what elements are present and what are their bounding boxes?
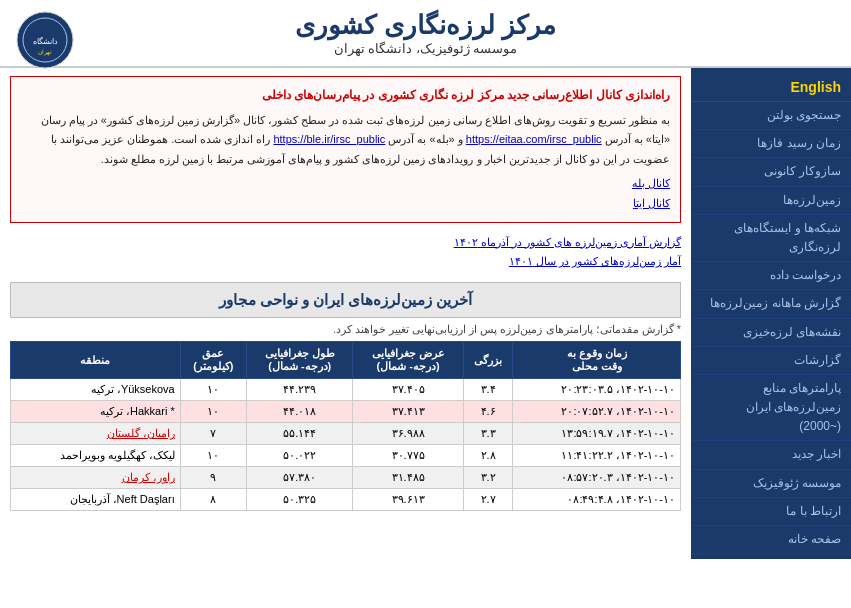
- cell-longitude: ۵۰.۰۲۲: [247, 445, 353, 467]
- table-row: ۱۴۰۲-۱۰-۱۰، ۰۸:۵۷:۲۰.۳۳.۲۳۱.۴۸۵۵۷.۳۸۰۹را…: [11, 467, 681, 489]
- sidebar: English جستجوی بولتن زمان رسید فازها ساز…: [691, 68, 851, 559]
- cell-region[interactable]: رامیان، گلستان: [11, 423, 181, 445]
- cell-depth: ۱۰: [180, 401, 246, 423]
- cell-longitude: ۵۵.۱۴۴: [247, 423, 353, 445]
- sidebar-item-phase-arrival[interactable]: زمان رسید فازها: [691, 130, 851, 158]
- sidebar-english-label[interactable]: English: [691, 73, 851, 102]
- col-latitude: عرض جغرافیایی(درجه- شمال): [353, 342, 463, 379]
- table-title: آخرین زمین‌لرزه‌های ایران و نواحی مجاور: [10, 282, 681, 318]
- news-box: راه‌اندازی کانال اطلاع‌رسانی جدید مرکز ل…: [10, 76, 681, 223]
- region-link[interactable]: رامیان، گلستان: [107, 427, 175, 439]
- stats-link-azar[interactable]: گزارش آماری زمین‌لرزه های کشور در آذرماه…: [10, 233, 681, 253]
- col-time: زمان وقوع بهوقت محلی: [513, 342, 681, 379]
- cell-magnitude: ۳.۲: [463, 467, 513, 489]
- cell-longitude: ۴۴.۰۱۸: [247, 401, 353, 423]
- table-row: ۱۴۰۲-۱۰-۱۰، ۲۰:۰۷:۵۲.۷۴.۶۳۷.۴۱۳۴۴.۰۱۸۱۰*…: [11, 401, 681, 423]
- cell-region: Yüksekova، ترکیه: [11, 379, 181, 401]
- cell-depth: ۹: [180, 467, 246, 489]
- sidebar-item-home[interactable]: صفحه خانه: [691, 526, 851, 554]
- canal-ble-link[interactable]: کانال بله: [632, 177, 670, 189]
- table-row: ۱۴۰۲-۱۰-۱۰، ۰۸:۴۹:۴.۸۲.۷۳۹.۶۱۳۵۰.۳۲۵۸Nef…: [11, 489, 681, 511]
- sidebar-item-monthly-report[interactable]: گزارش ماهانه زمین‌لرزه‌ها: [691, 290, 851, 318]
- cell-magnitude: ۲.۷: [463, 489, 513, 511]
- cell-magnitude: ۳.۴: [463, 379, 513, 401]
- cell-time: ۱۴۰۲-۱۰-۱۰، ۱۱:۴۱:۲۲.۲: [513, 445, 681, 467]
- cell-longitude: ۵۰.۳۲۵: [247, 489, 353, 511]
- stats-links: گزارش آماری زمین‌لرزه های کشور در آذرماه…: [10, 233, 681, 273]
- cell-depth: ۸: [180, 489, 246, 511]
- cell-latitude: ۳۰.۷۷۵: [353, 445, 463, 467]
- table-note: * گزارش مقدماتی؛ پارامترهای زمین‌لرزه پس…: [10, 323, 681, 336]
- sidebar-item-search-bulletin[interactable]: جستجوی بولتن: [691, 102, 851, 130]
- table-row: ۱۴۰۲-۱۰-۱۰، ۱۱:۴۱:۲۲.۲۲.۸۳۰.۷۷۵۵۰.۰۲۲۱۰ل…: [11, 445, 681, 467]
- col-depth: عمق(کیلومتر): [180, 342, 246, 379]
- cell-latitude: ۳۷.۴۱۳: [353, 401, 463, 423]
- cell-magnitude: ۴.۶: [463, 401, 513, 423]
- sidebar-item-reports[interactable]: گزارشات: [691, 347, 851, 375]
- earthquakes-table: زمان وقوع بهوقت محلی بزرگی عرض جغرافیایی…: [10, 341, 681, 511]
- region-link[interactable]: راور، کرمان: [122, 471, 175, 483]
- ble-link[interactable]: https://ble.ir/irsc_public: [273, 133, 385, 145]
- header-text: مرکز لرزه‌نگاری کشوری موسسه ژئوفیزیک، دا…: [295, 10, 555, 56]
- news-title: راه‌اندازی کانال اطلاع‌رسانی جدید مرکز ل…: [21, 85, 670, 107]
- cell-latitude: ۳۱.۴۸۵: [353, 467, 463, 489]
- cell-time: ۱۴۰۲-۱۰-۱۰، ۰۸:۴۹:۴.۸: [513, 489, 681, 511]
- sidebar-item-news[interactable]: اخبار جدید: [691, 441, 851, 469]
- stats-link-1401[interactable]: آمار زمین‌لرزه‌های کشور در سال ۱۴۰۱: [10, 252, 681, 272]
- cell-region[interactable]: راور، کرمان: [11, 467, 181, 489]
- sidebar-item-focal-mechanism[interactable]: سازوکار کانونی: [691, 158, 851, 186]
- cell-depth: ۱۰: [180, 379, 246, 401]
- cell-region: Neft Daşları، آذربایجان: [11, 489, 181, 511]
- sidebar-item-source-params[interactable]: پارامترهای منابع زمین‌لرزه‌های ایران (~2…: [691, 375, 851, 442]
- sidebar-item-earthquakes[interactable]: زمین‌لرزه‌ها: [691, 187, 851, 215]
- news-body: به منظور تسریع و تقویت روش‌های اطلاع رسا…: [21, 111, 670, 170]
- header: مرکز لرزه‌نگاری کشوری موسسه ژئوفیزیک، دا…: [0, 0, 851, 68]
- canal-eitaa-link[interactable]: کانال ایتا: [633, 197, 670, 209]
- cell-region: * Hakkari، ترکیه: [11, 401, 181, 423]
- cell-depth: ۱۰: [180, 445, 246, 467]
- university-logo: دانشگاه تهران: [15, 10, 75, 70]
- sidebar-item-seismicity-maps[interactable]: نقشه‌های لرزه‌خیزی: [691, 319, 851, 347]
- col-region: منطقه: [11, 342, 181, 379]
- cell-time: ۱۴۰۲-۱۰-۱۰، ۲۰:۰۷:۵۲.۷: [513, 401, 681, 423]
- table-row: ۱۴۰۲-۱۰-۱۰، ۱۳:۵۹:۱۹.۷۳.۳۳۶.۹۸۸۵۵.۱۴۴۷را…: [11, 423, 681, 445]
- cell-magnitude: ۲.۸: [463, 445, 513, 467]
- cell-depth: ۷: [180, 423, 246, 445]
- cell-latitude: ۳۶.۹۸۸: [353, 423, 463, 445]
- col-longitude: طول جغرافیایی(درجه- شمال): [247, 342, 353, 379]
- cell-time: ۱۴۰۲-۱۰-۱۰، ۲۰:۲۳:۰۳.۵: [513, 379, 681, 401]
- cell-time: ۱۴۰۲-۱۰-۱۰، ۱۳:۵۹:۱۹.۷: [513, 423, 681, 445]
- sidebar-item-contact[interactable]: ارتباط با ما: [691, 498, 851, 526]
- sidebar-item-institute[interactable]: موسسه ژئوفیزیک: [691, 470, 851, 498]
- cell-latitude: ۳۹.۶۱۳: [353, 489, 463, 511]
- content: راه‌اندازی کانال اطلاع‌رسانی جدید مرکز ل…: [0, 68, 691, 559]
- site-subtitle: موسسه ژئوفیزیک، دانشگاه تهران: [295, 41, 555, 56]
- eitaa-link[interactable]: https://eitaa.com/irsc_public: [466, 133, 602, 145]
- table-row: ۱۴۰۲-۱۰-۱۰، ۲۰:۲۳:۰۳.۵۳.۴۳۷.۴۰۵۴۴.۲۳۹۱۰Y…: [11, 379, 681, 401]
- sidebar-item-data-request[interactable]: درخواست داده: [691, 262, 851, 290]
- sidebar-item-networks[interactable]: شبکه‌ها و ایستگاه‌های لرزه‌نگاری: [691, 215, 851, 262]
- cell-region: لیکک، کهگیلویه وبویراحمد: [11, 445, 181, 467]
- svg-text:دانشگاه: دانشگاه: [33, 36, 58, 46]
- site-title: مرکز لرزه‌نگاری کشوری: [295, 10, 555, 41]
- col-magnitude: بزرگی: [463, 342, 513, 379]
- cell-longitude: ۴۴.۲۳۹: [247, 379, 353, 401]
- table-section: آخرین زمین‌لرزه‌های ایران و نواحی مجاور …: [10, 282, 681, 511]
- cell-magnitude: ۳.۳: [463, 423, 513, 445]
- main-layout: English جستجوی بولتن زمان رسید فازها ساز…: [0, 68, 851, 559]
- cell-latitude: ۳۷.۴۰۵: [353, 379, 463, 401]
- cell-time: ۱۴۰۲-۱۰-۱۰، ۰۸:۵۷:۲۰.۳: [513, 467, 681, 489]
- svg-text:تهران: تهران: [38, 49, 52, 56]
- cell-longitude: ۵۷.۳۸۰: [247, 467, 353, 489]
